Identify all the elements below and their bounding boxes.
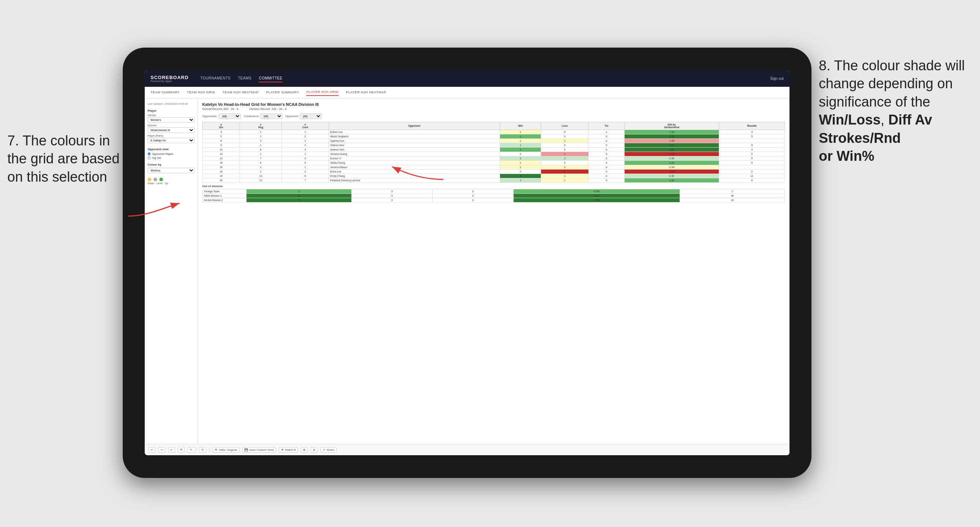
player-rank-select[interactable]: 8. Katelyn Vo <box>148 138 194 143</box>
radio-top100[interactable]: Top 100 <box>148 156 194 159</box>
cell-opponent: Sydney Kuo <box>329 138 500 143</box>
view-original-button[interactable]: 👁 View: Original <box>213 447 239 452</box>
sign-out-link[interactable]: Sign out <box>770 76 784 81</box>
sub-nav-team-h2h-heatmap[interactable]: TEAM H2H HEATMAP <box>223 89 259 95</box>
cell-tie: 0 <box>589 152 625 156</box>
col-opponent: Opponent <box>329 122 500 130</box>
grid-button[interactable]: ⊟ <box>311 447 318 452</box>
cell-loss: 1 <box>541 152 589 156</box>
save-custom-view-button[interactable]: 💾 Save Custom View <box>242 447 276 452</box>
ood-cell-tie: 0 <box>433 194 514 198</box>
cell-reg: 2 <box>240 134 282 138</box>
filter-opponents-select[interactable]: (All) <box>219 114 241 119</box>
sub-nav-team-summary[interactable]: TEAM SUMMARY <box>151 89 180 95</box>
sub-nav-team-h2h-grid[interactable]: TEAM H2H GRID <box>187 89 215 95</box>
annotation-left: 7. The colours in the grid are based on … <box>7 132 124 186</box>
cell-diff: 0.30 <box>624 174 719 178</box>
ood-cell-diff: 4.500 <box>513 189 679 194</box>
logo-sub: Powered by clippd <box>151 80 189 83</box>
cell-loss: 0 <box>541 147 589 152</box>
table-row: 3 1 1 Esther Lee 1 0 1 1.50 4 <box>203 130 785 134</box>
gender-select[interactable]: Women's <box>148 117 194 123</box>
watch-button[interactable]: 👁 Watch ▾ <box>279 447 298 452</box>
cell-reg: 6 <box>240 147 282 152</box>
layout-button[interactable]: ⊞ <box>301 447 308 452</box>
ood-cell-loss: 0 <box>352 194 433 198</box>
sub-nav-player-h2h-grid[interactable]: PLAYER H2H GRID <box>306 89 339 96</box>
cell-reg: 11 <box>240 178 282 183</box>
cell-rounds: 9 <box>719 156 785 160</box>
col-reg: #Reg <box>240 122 282 130</box>
nav-right: Sign out <box>770 76 784 81</box>
cell-diff: 4.00 <box>624 134 719 138</box>
colour-by-section: Colour by Win/loss <box>148 163 194 175</box>
cell-rounds: 11 <box>719 174 785 178</box>
edit-button[interactable]: ✎ · <box>188 447 196 452</box>
watch-chevron: ▾ <box>294 448 296 452</box>
division-select[interactable]: NCAA Division III <box>148 127 194 133</box>
filter-conference-select[interactable]: (All) <box>261 114 282 119</box>
cell-reg: 2 <box>240 165 282 169</box>
cell-reg: 1 <box>240 143 282 147</box>
cell-tie: 0 <box>589 174 625 178</box>
cell-opponent: Jessica Huang <box>329 152 500 156</box>
cell-opponent: Esther Lee <box>329 130 500 134</box>
cell-conf: 7 <box>282 178 329 183</box>
view-label: View: Original <box>219 448 237 452</box>
ood-cell-rounds: 30 <box>679 194 785 198</box>
out-of-division-table: Foreign Team 1 0 0 4.500 2 NAIA Division… <box>202 189 785 203</box>
cell-opponent: Emily Chang <box>329 174 500 178</box>
cell-reg: 1 <box>240 130 282 134</box>
ood-cell-tie: 0 <box>433 189 514 194</box>
logo: SCOREBOARD Powered by clippd <box>151 75 189 83</box>
cell-conf: 3 <box>282 147 329 152</box>
cell-win: 1 <box>500 134 541 138</box>
nav-committee[interactable]: COMMITTEE <box>259 75 282 83</box>
cell-div: 9 <box>203 143 240 147</box>
sub-nav-player-h2h-heatmap[interactable]: PLAYER H2H HEATMAP <box>346 89 386 95</box>
table-row: 6 3 3 Sydney Kuo 1 1 0 -1.00 <box>203 138 785 143</box>
filter-opponent-select[interactable]: (All) <box>300 114 322 119</box>
redo-button[interactable]: ↪ <box>158 447 165 452</box>
cell-win: 4 <box>500 174 541 178</box>
cell-conf: 4 <box>282 156 329 160</box>
cell-rounds: 3 <box>719 134 785 138</box>
cell-win: 2 <box>500 156 541 160</box>
cell-diff: -0.94 <box>624 165 719 169</box>
opponent-view-radios: Opponents Played Top 100 <box>148 152 194 159</box>
nav-teams[interactable]: TEAMS <box>238 75 251 83</box>
ood-cell-loss: 0 <box>352 189 433 194</box>
top-navigation: SCOREBOARD Powered by clippd TOURNAMENTS… <box>145 71 789 87</box>
cell-conf: 2 <box>282 134 329 138</box>
colour-by-select[interactable]: Win/loss <box>148 168 194 173</box>
legend-level-dot <box>153 178 157 181</box>
cell-diff: 1.33 <box>624 178 719 183</box>
sub-navigation: TEAM SUMMARY TEAM H2H GRID TEAM H2H HEAT… <box>145 87 789 98</box>
ood-cell-win: 15 <box>247 194 352 198</box>
table-row: 16 2 1 Jessica Mason 1 2 0 -0.94 <box>203 165 785 169</box>
sub-nav-player-summary[interactable]: PLAYER SUMMARY <box>266 89 299 95</box>
watch-icon: 👁 <box>281 448 284 452</box>
table-row: 13 1 1 Jessica Huang 0 1 0 -3.00 2 <box>203 152 785 156</box>
undo2-button[interactable]: ↩ <box>168 447 175 452</box>
share-button[interactable]: ↗ Share <box>321 447 336 452</box>
annotation-bold-win-loss: Win/Loss <box>819 112 881 127</box>
cell-rounds <box>719 165 785 169</box>
copy-button[interactable]: ⧉ <box>178 447 185 452</box>
clock-button[interactable]: ⏱ <box>199 447 206 452</box>
table-row: 20 11 7 Federica Domecq Lacroze 2 1 0 1.… <box>203 178 785 183</box>
grid-subtitle: Overall Record: 353 - 34 - 6 Division Re… <box>202 107 785 111</box>
cell-conf: 2 <box>282 169 329 174</box>
undo-button[interactable]: ↩ <box>148 447 155 452</box>
cell-conf: 3 <box>282 138 329 143</box>
nav-tournaments[interactable]: TOURNAMENTS <box>200 75 231 83</box>
cell-opponent: Sharon Mun <box>329 143 500 147</box>
cell-win: 1 <box>500 143 541 147</box>
cell-tie: 1 <box>589 130 625 134</box>
share-label: Share <box>326 448 334 452</box>
cell-reg: 2 <box>240 169 282 174</box>
annotation-right: 8. The colour shade will change dependin… <box>819 57 973 165</box>
radio-opponents-played[interactable]: Opponents Played <box>148 152 194 155</box>
cell-opponent: Eunice Yi <box>329 156 500 160</box>
ood-cell-tie: 0 <box>433 198 514 202</box>
